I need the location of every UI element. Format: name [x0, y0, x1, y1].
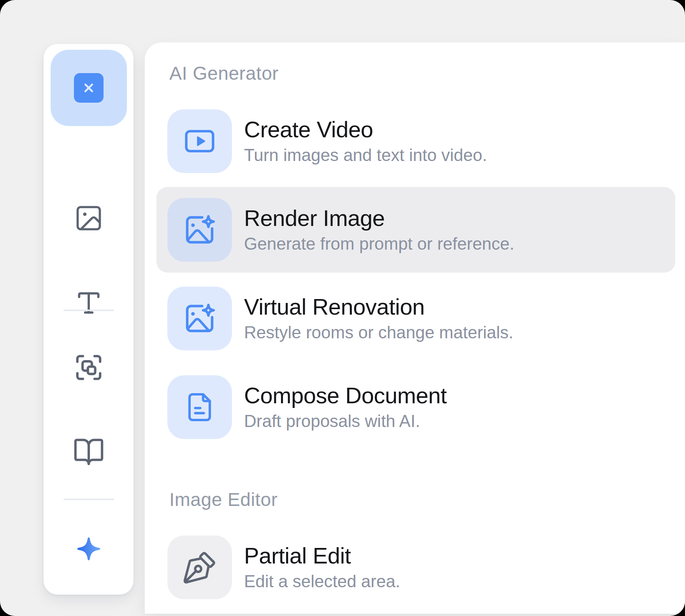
menu-section: Image Editor Partial Edit Edit a selecte… — [156, 489, 675, 610]
menu-item-subtitle: Edit a selected area. — [244, 571, 400, 592]
menu-item-subtitle: Draft proposals with AI. — [244, 411, 447, 431]
menu-item-title: Partial Edit — [244, 543, 400, 568]
pen-tool-icon — [182, 550, 218, 585]
close-icon — [74, 73, 104, 103]
section-label-ai-generator: AI Generator — [169, 63, 675, 84]
sidebar-divider — [63, 499, 114, 500]
document-icon — [182, 389, 218, 425]
image-sparkle-icon — [181, 211, 218, 248]
menu-panel: AI Generator Create Video Turn images an… — [145, 42, 685, 614]
menu-item-create-video[interactable]: Create Video Turn images and text into v… — [156, 98, 675, 184]
menu-item-title: Compose Document — [244, 383, 447, 408]
sidebar-tool-ai[interactable] — [69, 532, 108, 571]
menu-section: AI Generator Create Video Turn images an… — [156, 63, 675, 450]
menu-item-title: Render Image — [244, 206, 515, 231]
menu-item-compose-document[interactable]: Compose Document Draft proposals with AI… — [156, 364, 675, 450]
scan-objects-icon — [74, 352, 104, 383]
menu-item-subtitle: Turn images and text into video. — [244, 145, 487, 165]
menu-item-render-image[interactable]: Render Image Generate from prompt or ref… — [156, 187, 675, 273]
section-label-image-editor: Image Editor — [169, 489, 675, 511]
sidebar-tool-selection[interactable] — [69, 348, 108, 387]
sparkle-icon — [73, 536, 104, 567]
menu-item-title: Virtual Renovation — [244, 294, 513, 319]
app-window: AI Generator Create Video Turn images an… — [0, 0, 685, 616]
toolbar-sidebar — [44, 44, 133, 595]
sidebar-tool-close[interactable] — [51, 50, 127, 126]
sidebar-tool-text[interactable] — [69, 284, 108, 322]
image-icon — [74, 203, 104, 233]
sidebar-divider — [63, 310, 114, 311]
video-icon — [181, 122, 218, 160]
sidebar-tool-library[interactable] — [69, 432, 108, 471]
image-sparkle-icon — [181, 300, 218, 337]
menu-item-subtitle: Generate from prompt or reference. — [244, 234, 515, 254]
menu-item-virtual-renovation[interactable]: Virtual Renovation Restyle rooms or chan… — [156, 276, 675, 361]
menu-item-subtitle: Restyle rooms or change materials. — [244, 322, 513, 343]
menu-item-title: Create Video — [244, 117, 487, 142]
book-open-icon — [73, 436, 105, 468]
type-icon — [74, 289, 103, 317]
sidebar-tool-images[interactable] — [69, 199, 108, 238]
menu-item-partial-edit[interactable]: Partial Edit Edit a selected area. — [156, 525, 675, 610]
